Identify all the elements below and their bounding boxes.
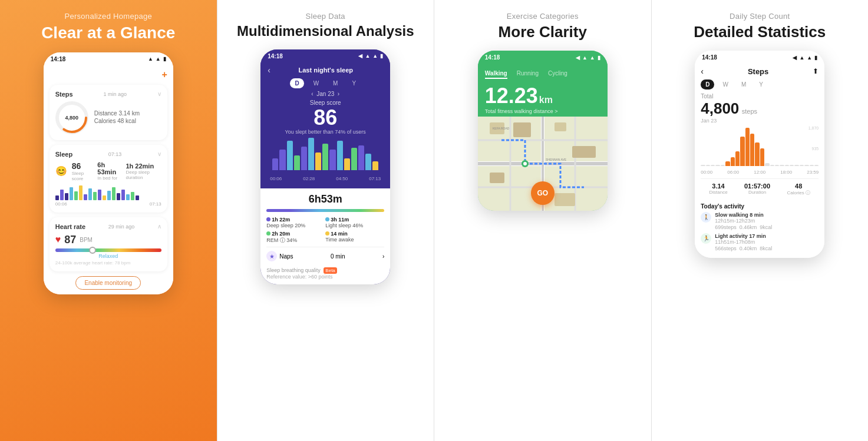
p2-tabs: D W M Y: [268, 78, 383, 88]
panel1-title: Clear at a Glance: [41, 23, 175, 43]
signal-icon-4: ▲: [799, 55, 804, 61]
wifi-icon-4: ▲: [807, 55, 812, 61]
breathing-label: Sleep breathing quality: [266, 267, 321, 273]
status-bar-2: 14:18 ◀ ▲ ▲ ▮: [260, 49, 390, 62]
tab-y-4[interactable]: Y: [754, 79, 768, 89]
tab-running[interactable]: Running: [517, 70, 539, 79]
ct-1: 02:28: [303, 176, 315, 181]
ct-end: 07:13: [369, 176, 381, 181]
steps-time: 1 min ago: [103, 91, 127, 97]
naps-icon: ★: [266, 251, 277, 261]
enable-monitoring-btn[interactable]: Enable monitoring: [75, 276, 141, 290]
stat-dur-val: 01:57:00: [744, 183, 770, 190]
share-icon-4[interactable]: ⬆: [813, 67, 819, 75]
act1-stats: 699steps 0.46km 9kcal: [715, 224, 772, 230]
tab-d-4[interactable]: D: [701, 79, 714, 89]
add-icon[interactable]: +: [161, 69, 167, 80]
panel2-title: Multidimensional Analysis: [237, 23, 414, 40]
go-button[interactable]: GO: [531, 181, 555, 205]
p4-tabs: D W M Y: [701, 79, 819, 89]
tab-walking[interactable]: Walking: [485, 70, 507, 79]
deep-stat: 1h 22m Deep sleep 20%: [266, 217, 323, 228]
sleep-chart-purple: [268, 140, 383, 175]
panel3-title: More Clarity: [499, 23, 587, 41]
rem-stat: 2h 20m REM ⓘ 34%: [266, 231, 323, 244]
deep-sleep-val: 1h 22min: [126, 163, 161, 170]
status-icons-4: ◀ ▲ ▲ ▮: [793, 55, 817, 61]
chart-times: 00:06 02:28 04:50 07:13: [268, 175, 383, 183]
sleep-end: 07:13: [150, 201, 161, 207]
sleep-widget: Sleep 07:13 ∨ 😊 86 Sleep score 6h 53min …: [49, 145, 167, 213]
p3-distance-val: 12.23: [485, 84, 538, 108]
tab-w-4[interactable]: W: [718, 79, 732, 89]
sleep-score-big: 86: [72, 161, 93, 171]
steps-number-inner: 4,800: [65, 115, 78, 121]
phone-mockup-2: 14:18 ◀ ▲ ▲ ▮ ‹ Last night's sleep ‹ D W…: [260, 49, 390, 285]
heart-icon: ♥: [55, 234, 61, 245]
tab-m-4[interactable]: M: [737, 79, 751, 89]
status-time-3: 14:18: [485, 54, 500, 61]
back-icon-4[interactable]: ‹: [701, 67, 704, 76]
hr-header: Heart rate 29 min ago ∧: [55, 223, 161, 230]
phone1-topbar: +: [49, 69, 167, 80]
tab-w-2[interactable]: W: [309, 78, 324, 88]
light-label: Light sleep 46%: [325, 223, 382, 228]
panel-personalized-homepage: Personalized Homepage Clear at a Glance …: [0, 0, 217, 441]
deep-sleep-label: Deep sleep duration: [126, 170, 161, 180]
tab-d-2[interactable]: D: [290, 78, 303, 88]
total-steps-display: 4,800 steps: [701, 100, 819, 118]
status-bar-4: 14:18 ◀ ▲ ▲ ▮: [695, 51, 824, 63]
status-icons-3: ◀ ▲ ▲ ▮: [576, 55, 600, 61]
date-nav-left[interactable]: ‹: [311, 91, 313, 97]
stat-cal-label: Calories ⓘ: [787, 190, 810, 196]
nav-icon-2: ◀: [358, 53, 362, 59]
phone-mockup-4: 14:18 ◀ ▲ ▲ ▮ ‹ Steps ⬆ D W M Y: [695, 51, 824, 258]
naps-arrow[interactable]: ›: [382, 253, 384, 260]
svg-point-18: [523, 162, 527, 165]
sleep-emoji: 😊: [55, 165, 67, 177]
walk-icon: 🚶: [701, 212, 711, 223]
sleep-score-label: Sleep score: [72, 171, 93, 181]
hr-title: Heart rate: [55, 223, 85, 230]
steps-screen-title: Steps: [748, 67, 768, 76]
tab-cycling[interactable]: Cycling: [548, 70, 567, 79]
tab-y-2[interactable]: Y: [347, 78, 361, 88]
status-time-1: 14:18: [51, 56, 66, 62]
deep-label: Deep sleep 20%: [266, 223, 323, 228]
svg-rect-14: [572, 146, 596, 158]
awake-label: Time awake: [325, 237, 382, 243]
phone-mockup-3: 14:18 ◀ ▲ ▲ ▮ Walking Running Cycling 12…: [478, 51, 608, 211]
sleep-progress-bar: [266, 209, 384, 212]
hr-status: Relaxed: [55, 253, 161, 259]
date-val-2: Jan 23: [316, 91, 334, 97]
sleep-score-num-2: 86: [268, 106, 383, 130]
sleep-start: 00:06: [55, 201, 67, 207]
p3-exercise-tabs: Walking Running Cycling: [485, 67, 600, 84]
wifi-icon-3: ▲: [590, 55, 595, 61]
tab-m-2[interactable]: M: [328, 78, 342, 88]
total-label: Total: [701, 93, 819, 100]
stat-calories: 48 Calories ⓘ: [787, 183, 810, 196]
nav-icon-3: ◀: [576, 55, 580, 61]
back-icon-2[interactable]: ‹: [268, 65, 270, 75]
date-nav-right[interactable]: ›: [338, 91, 339, 97]
battery-icon: ▮: [163, 56, 166, 62]
act1-time: 12h15m-12h23m: [715, 218, 772, 224]
phone-mockup-1: 14:18 ▲ ▲ ▮ + Steps 1 min ago ∨: [44, 52, 173, 294]
steps-chevron: ∨: [157, 91, 161, 97]
chart-x-labels: 00:00 06:00 12:00 18:00 23:59: [701, 170, 819, 175]
panel-step-count: Daily Step Count Detailed Statistics 14:…: [651, 0, 869, 441]
chart-t-start: 00:00: [701, 170, 712, 175]
stat-cal-val: 48: [787, 183, 810, 190]
activity-item-2: 🏃 Light activity 17 min 11h51m-17h08m 56…: [701, 233, 819, 251]
breathing-row: Sleep breathing quality Beta Reference v…: [266, 265, 384, 280]
y-mid: 935: [812, 147, 819, 151]
svg-rect-12: [513, 122, 531, 137]
phone2-purple-header: ‹ Last night's sleep ‹ D W M Y ‹ Jan 23 …: [260, 62, 390, 189]
nav-icon-4: ◀: [793, 55, 797, 61]
panel3-label: Exercise Categories: [507, 12, 579, 21]
battery-icon-4: ▮: [814, 55, 817, 61]
battery-icon-2: ▮: [380, 53, 383, 59]
in-bed-label: In bed for: [97, 175, 121, 181]
p3-unit: km: [539, 95, 553, 105]
